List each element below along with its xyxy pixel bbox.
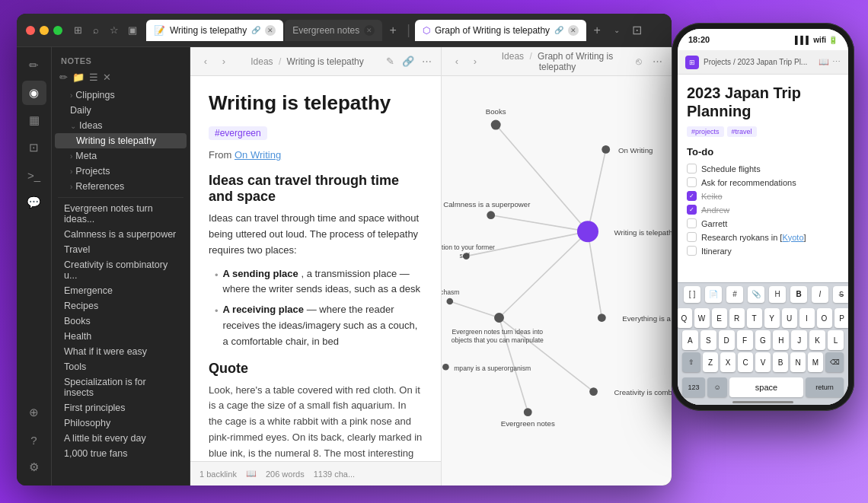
tab-close-button[interactable]: ✕ — [265, 25, 276, 36]
share-icon[interactable]: ⎋ — [632, 55, 646, 68]
key-i[interactable]: I — [799, 308, 815, 328]
sidebar-item-emergence[interactable]: Emergence — [55, 283, 187, 298]
key-t[interactable]: T — [747, 308, 762, 328]
close-sidebar-icon[interactable]: ✕ — [103, 72, 111, 83]
italic-icon[interactable]: I — [812, 286, 828, 303]
tab-evergreen-notes[interactable]: Evergreen notes ✕ — [285, 20, 382, 41]
search-icon[interactable]: ⌕ — [90, 24, 102, 37]
sidebar-item-books[interactable]: Books — [55, 314, 187, 329]
key-z[interactable]: Z — [703, 352, 718, 372]
split-view-icon[interactable]: ⊡ — [627, 21, 646, 40]
search-bottom-icon[interactable]: ⊕ — [22, 400, 46, 425]
sidebar-item-first-principles[interactable]: First principles — [55, 400, 187, 415]
bracket-icon[interactable]: [ ] — [684, 286, 700, 303]
key-c[interactable]: C — [738, 352, 753, 372]
back-button[interactable]: ‹ — [198, 54, 213, 69]
todo-checkbox[interactable] — [687, 246, 697, 256]
notes-icon[interactable]: ◉ — [22, 81, 46, 105]
sidebar-item-writing-telepathy[interactable]: Writing is telepathy — [55, 133, 187, 148]
tab-close-button[interactable]: ✕ — [568, 25, 579, 36]
new-note-icon[interactable]: ✏ — [59, 72, 68, 83]
sidebar-item-references[interactable]: › References — [55, 179, 187, 194]
key-x[interactable]: X — [720, 352, 736, 372]
key-emoji[interactable]: ☺ — [707, 377, 727, 397]
tab-writing-telepathy[interactable]: 📝 Writing is telepathy 🔗 ✕ — [146, 20, 283, 41]
sidebar-item-projects[interactable]: › Projects — [55, 164, 187, 179]
todo-checkbox[interactable] — [687, 218, 697, 228]
todo-checkbox[interactable] — [687, 232, 697, 242]
sidebar-item-recipes[interactable]: Recipes — [55, 298, 187, 314]
key-w[interactable]: W — [694, 308, 710, 328]
close-button[interactable] — [26, 26, 35, 35]
key-k[interactable]: K — [809, 330, 825, 350]
key-123[interactable]: 123 — [682, 377, 705, 397]
attachment-icon[interactable]: 📎 — [748, 286, 764, 303]
sidebar-item-meta[interactable]: › Meta — [55, 148, 187, 164]
bold-icon[interactable]: B — [790, 286, 807, 303]
key-h[interactable]: H — [773, 330, 789, 350]
more-icon[interactable]: ⋯ — [420, 55, 433, 68]
key-shift[interactable]: ⇧ — [682, 352, 700, 372]
sidebar-item-health[interactable]: Health — [55, 329, 187, 344]
key-d[interactable]: D — [719, 330, 735, 350]
tab-close-button[interactable]: ✕ — [364, 25, 375, 36]
edit-icon[interactable]: ✎ — [383, 55, 397, 68]
tag-projects[interactable]: #projects — [687, 126, 724, 137]
sidebar-item-philosophy[interactable]: Philosophy — [55, 415, 187, 431]
sidebar-item-clippings[interactable]: › Clippings — [55, 88, 187, 103]
sidebar-item-whatif[interactable]: What if it were easy — [55, 344, 187, 359]
back-button[interactable]: ‹ — [449, 54, 464, 69]
from-link[interactable]: On Writing — [235, 149, 281, 161]
backlinks-count[interactable]: 1 backlink — [199, 470, 237, 479]
help-icon[interactable]: ? — [22, 428, 46, 452]
key-delete[interactable]: ⌫ — [825, 352, 844, 372]
sidebar-item-specialization[interactable]: Specialization is for insects — [55, 374, 187, 400]
sidebar-item-calmness[interactable]: Calmness is a superpower — [55, 227, 187, 242]
new-tab-button-2[interactable]: + — [588, 21, 606, 40]
strikethrough-icon[interactable]: S̶ — [833, 286, 848, 303]
key-v[interactable]: V — [755, 352, 771, 372]
more-icon[interactable]: ⋯ — [650, 55, 664, 68]
settings-icon[interactable]: ⚙ — [22, 455, 46, 479]
key-e[interactable]: E — [712, 308, 727, 328]
sidebar-item-1000-fans[interactable]: 1,000 true fans — [55, 446, 187, 461]
todo-checkbox[interactable] — [687, 164, 697, 174]
key-n[interactable]: N — [790, 352, 806, 372]
write-icon[interactable]: ✏ — [22, 53, 46, 78]
key-o[interactable]: O — [817, 308, 832, 328]
link-icon[interactable]: 🔗 — [401, 55, 415, 68]
key-g[interactable]: G — [755, 330, 771, 350]
sidebar-item-daily[interactable]: Daily — [55, 103, 187, 118]
terminal-icon[interactable]: >_ — [22, 163, 46, 187]
key-r[interactable]: R — [729, 308, 745, 328]
sidebar-item-travel[interactable]: Travel — [55, 242, 187, 257]
sidebar-item-ideas[interactable]: ⌄ Ideas — [55, 118, 187, 133]
breadcrumb-parent[interactable]: Ideas — [502, 51, 524, 62]
key-y[interactable]: Y — [764, 308, 780, 328]
maximize-button[interactable] — [53, 26, 62, 35]
new-folder-icon[interactable]: 📁 — [72, 72, 85, 83]
key-u[interactable]: U — [782, 308, 797, 328]
tab-graph-writing[interactable]: ⬡ Graph of Writing is telepathy 🔗 ✕ — [415, 20, 586, 41]
tag-icon[interactable]: # — [726, 286, 743, 303]
forward-button[interactable]: › — [468, 54, 483, 69]
sidebar-item-creativity[interactable]: Creativity is combinatory u... — [55, 257, 187, 283]
key-p[interactable]: P — [834, 308, 849, 328]
key-return[interactable]: return — [806, 377, 844, 397]
calendar-icon[interactable]: ▦ — [22, 108, 46, 132]
layout-icon[interactable]: ▣ — [126, 24, 139, 37]
key-b[interactable]: B — [773, 352, 788, 372]
key-q[interactable]: Q — [678, 308, 692, 328]
key-space[interactable]: space — [729, 377, 803, 397]
key-l[interactable]: L — [828, 330, 844, 350]
tag-badge[interactable]: #evergreen — [209, 126, 267, 140]
todo-checkbox[interactable] — [687, 177, 697, 187]
chevron-down-icon[interactable]: ⌄ — [608, 21, 626, 40]
todo-checkbox-checked[interactable]: ✓ — [687, 191, 697, 201]
sidebar-item-tools[interactable]: Tools — [55, 359, 187, 374]
minimize-button[interactable] — [40, 26, 49, 35]
key-f[interactable]: F — [737, 330, 753, 350]
new-tab-button[interactable]: + — [384, 21, 402, 40]
more-icon[interactable]: ⋯ — [832, 57, 841, 67]
file-icon[interactable]: 📄 — [705, 286, 722, 303]
